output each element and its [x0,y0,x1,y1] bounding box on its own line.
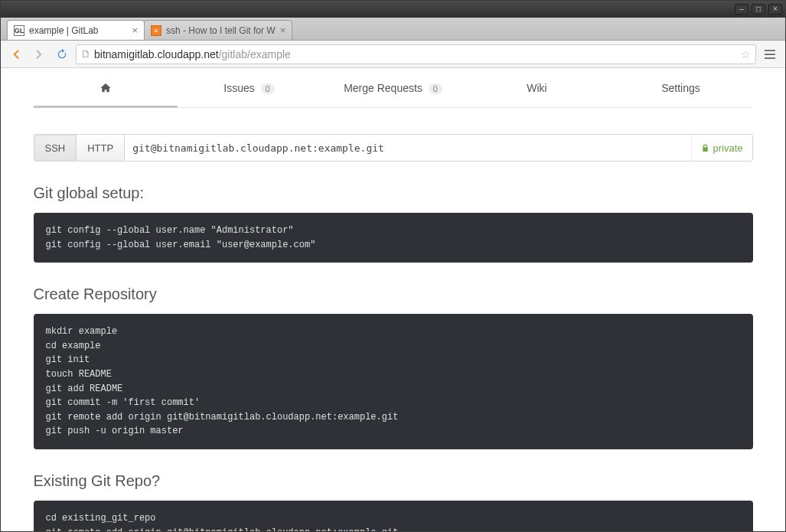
project-nav: Issues 0 Merge Requests 0 Wiki Settings [34,71,753,108]
nav-merge-requests[interactable]: Merge Requests 0 [321,71,465,107]
omnibox[interactable]: 🗋 bitnamigitlab.cloudapp.net/gitlab/exam… [76,44,756,64]
window-minimize-button[interactable]: – [735,4,748,15]
home-icon [99,82,113,94]
nav-settings-label: Settings [661,82,700,94]
issues-count-badge: 0 [261,83,275,94]
arrow-right-icon [32,47,46,61]
nav-issues[interactable]: Issues 0 [178,71,321,107]
titlebar: – □ × [1,1,785,18]
browser-tab-1[interactable]: ≡ ssh - How to I tell Git for W × [144,20,292,40]
code-existing-repo[interactable]: cd existing_git_repo git remote add orig… [34,501,753,531]
nav-forward-button[interactable] [30,45,48,64]
nav-mr-label: Merge Requests [344,82,422,94]
browser-tabstrip: GL example | GitLab × ≡ ssh - How to I t… [1,18,785,41]
lock-icon [701,144,709,152]
nav-back-button[interactable] [7,45,25,64]
tab-title: ssh - How to I tell Git for W [166,25,276,36]
clone-url-row: SSH HTTP git@bitnamigitlab.cloudapp.net:… [34,134,753,162]
visibility-label: private [713,142,742,154]
code-create-repo[interactable]: mkdir example cd example git init touch … [34,314,753,449]
section-global-title: Git global setup: [34,184,753,202]
page-scroll[interactable]: Issues 0 Merge Requests 0 Wiki Settings [1,68,785,531]
clone-url-input[interactable]: git@bitnamigitlab.cloudapp.net:example.g… [125,135,691,161]
page-icon: 🗋 [81,48,91,60]
nav-wiki[interactable]: Wiki [465,71,609,107]
arrow-left-icon [9,47,23,61]
browser-tab-0[interactable]: GL example | GitLab × [7,20,145,40]
reload-icon [56,48,68,60]
clone-proto-http[interactable]: HTTP [77,135,125,161]
favicon-gitlab: GL [14,25,24,36]
mr-count-badge: 0 [429,83,442,94]
nav-settings[interactable]: Settings [609,71,753,107]
window-close-button[interactable]: × [768,4,782,15]
omnibox-url: bitnamigitlab.cloudapp.net/gitlab/exampl… [94,48,738,60]
code-global-setup[interactable]: git config --global user.name "Administr… [34,213,753,263]
bookmark-star-icon[interactable]: ☆ [741,48,751,60]
visibility-badge: private [691,135,752,161]
nav-wiki-label: Wiki [527,82,546,94]
browser-window: – □ × GL example | GitLab × ≡ ssh - How … [0,0,786,532]
section-create-title: Create Repository [34,286,753,303]
favicon-stackexchange: ≡ [151,25,161,36]
page-viewport: Issues 0 Merge Requests 0 Wiki Settings [1,68,785,531]
nav-home[interactable] [34,71,178,107]
nav-reload-button[interactable] [53,45,71,64]
tab-close-icon[interactable]: × [280,24,286,36]
window-maximize-button[interactable]: □ [752,4,765,15]
clone-proto-ssh[interactable]: SSH [34,135,77,161]
browser-toolbar: 🗋 bitnamigitlab.cloudapp.net/gitlab/exam… [1,41,785,68]
section-existing-title: Existing Git Repo? [34,472,753,490]
tab-title: example | GitLab [29,25,127,36]
tab-close-icon[interactable]: × [132,24,138,36]
nav-issues-label: Issues [223,82,254,94]
browser-menu-button[interactable] [761,45,779,64]
